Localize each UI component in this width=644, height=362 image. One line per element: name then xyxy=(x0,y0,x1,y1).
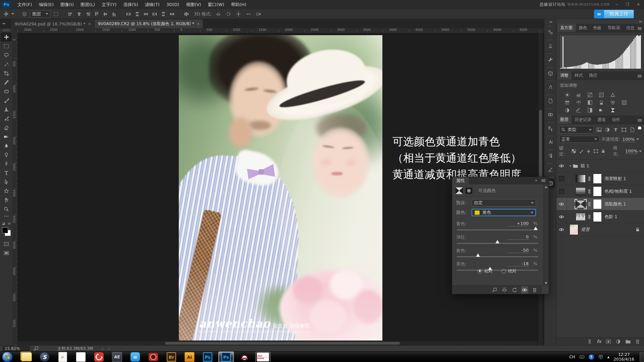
layer-mask-thumbnail[interactable] xyxy=(593,186,602,196)
adjustment-vibrance-icon[interactable] xyxy=(609,92,616,98)
move-tool[interactable] xyxy=(1,33,12,42)
transform-controls-icon[interactable] xyxy=(52,10,60,18)
taskbar-clock[interactable]: 12:27 2016/4/16 xyxy=(613,352,634,362)
new-adjustment-icon[interactable] xyxy=(615,339,621,344)
adjustment-black-white-icon[interactable] xyxy=(587,100,593,105)
panel-tool-presets[interactable] xyxy=(544,52,556,66)
lock-transparency-icon[interactable] xyxy=(571,149,576,154)
filter-smart-objects-icon[interactable] xyxy=(629,127,635,133)
visibility-toggle[interactable] xyxy=(556,223,567,236)
histogram-menu-icon[interactable] xyxy=(637,26,642,31)
filter-shape-layers-icon[interactable] xyxy=(621,127,627,133)
lock-artboard-icon[interactable] xyxy=(593,149,598,154)
properties-tab[interactable]: 属性 xyxy=(452,177,469,184)
lock-position-icon[interactable] xyxy=(587,149,591,153)
taskbar-app-tiles[interactable] xyxy=(73,352,88,362)
edit-toolbar-button[interactable] xyxy=(1,214,12,219)
panel-clone-source[interactable] xyxy=(544,25,556,39)
slider-track[interactable] xyxy=(457,256,538,257)
tab-close-icon[interactable]: ✕ xyxy=(88,22,91,26)
toolbar-grip[interactable] xyxy=(3,29,10,31)
add-mask-icon[interactable] xyxy=(606,339,611,344)
slider-value[interactable]: -18 xyxy=(508,261,529,266)
tray-expand-icon[interactable]: ▲ xyxy=(607,355,610,359)
slider-value[interactable]: -50 xyxy=(508,248,529,253)
blend-mode-dropdown[interactable]: 正常 xyxy=(559,136,599,143)
menu-窗口(W)[interactable]: 窗口(W) xyxy=(204,0,227,9)
taskbar-photoshop-active[interactable]: Ps xyxy=(218,352,234,362)
panel-brush-settings[interactable] xyxy=(544,162,556,176)
menu-文件(F)[interactable]: 文件(F) xyxy=(14,0,36,9)
taskbar-illustrator[interactable]: Ai xyxy=(182,352,197,362)
layer-mask-thumbnail[interactable] xyxy=(593,174,602,184)
gradient-tool[interactable] xyxy=(1,132,12,141)
align-right-icon[interactable] xyxy=(84,10,92,18)
adjustments-menu-icon[interactable] xyxy=(637,73,642,79)
adjustment-color-balance-icon[interactable] xyxy=(575,100,582,105)
document-tab[interactable]: 9V0A0289.CR2 @ 15.8% (选取颜色 1, RGB/8) *✕ xyxy=(95,19,204,28)
taskbar-image-search[interactable]: ⌕ xyxy=(55,352,70,362)
document-tab[interactable]: 9V0A0294.psd @ 16.7%(RGB/8) *✕ xyxy=(11,19,95,28)
slider-value[interactable]: +100 xyxy=(508,221,529,226)
collapse-panel-icon[interactable]: » xyxy=(535,178,537,183)
toggle-visibility-icon[interactable] xyxy=(522,287,527,293)
visibility-toggle[interactable] xyxy=(556,160,567,172)
spot-heal-tool[interactable] xyxy=(1,87,12,96)
absolute-radio[interactable]: 绝对 xyxy=(501,268,517,274)
type-tool[interactable] xyxy=(1,168,12,177)
properties-header[interactable]: 属性 » xyxy=(452,177,549,184)
align-middle-icon[interactable] xyxy=(101,10,109,18)
adjustment-photo-filter-icon[interactable] xyxy=(598,100,605,105)
visibility-toggle[interactable] xyxy=(556,172,567,185)
layer-row-背景[interactable]: 背景 xyxy=(556,223,644,236)
visibility-toggle[interactable] xyxy=(556,210,567,223)
properties-scrollbar[interactable] xyxy=(543,184,549,286)
reset-icon[interactable] xyxy=(512,287,517,293)
panel-3d[interactable] xyxy=(544,66,556,80)
color-swatches[interactable] xyxy=(2,227,11,236)
disclosure-icon[interactable]: ▾ xyxy=(570,164,571,168)
tool-preset-chevron-icon[interactable] xyxy=(11,13,14,15)
layer-row-组 1[interactable]: ▾组 1 xyxy=(556,160,644,172)
lasso-tool[interactable] xyxy=(1,51,12,60)
adjustment-threshold-icon[interactable] xyxy=(587,107,593,113)
close-button[interactable]: ✕ xyxy=(635,2,642,7)
align-top-icon[interactable] xyxy=(93,10,101,18)
distribute-v-icon[interactable] xyxy=(133,10,141,18)
auto-select-icon[interactable] xyxy=(20,10,29,18)
panel-character[interactable] xyxy=(544,135,556,148)
3d-pan-icon[interactable] xyxy=(234,10,243,18)
adjustment-selective-color-icon[interactable] xyxy=(609,107,616,113)
distribute-widths-icon[interactable] xyxy=(142,10,150,18)
auto-select-dropdown[interactable]: 图层 xyxy=(30,10,51,18)
taskbar-photoshop[interactable]: Ps xyxy=(200,352,215,362)
taskbar-acvision[interactable]: A&C VISION───── xyxy=(255,352,271,362)
adjustment-hue-sat-icon[interactable] xyxy=(564,100,571,105)
adjustment-curves-icon[interactable] xyxy=(587,92,593,98)
adjustment-exposure-icon[interactable] xyxy=(598,92,605,98)
tab-close-icon[interactable]: ✕ xyxy=(197,22,200,26)
filter-adjustment-layers-icon[interactable] xyxy=(604,127,610,133)
clip-to-layer-icon[interactable] xyxy=(492,287,497,293)
adjustments-tab-调整[interactable]: 调整 xyxy=(557,71,572,80)
panel-brushes[interactable] xyxy=(544,121,556,135)
adjustments-tab-路径[interactable]: 路径 xyxy=(586,71,600,80)
adjustment-channel-mixer-icon[interactable] xyxy=(609,100,616,105)
history-brush-tool[interactable] xyxy=(1,114,12,123)
layer-style-icon[interactable]: fx xyxy=(597,339,601,344)
distribute-right-icon[interactable] xyxy=(168,10,176,18)
menu-图像(I)[interactable]: 图像(I) xyxy=(57,0,77,9)
eraser-tool[interactable] xyxy=(1,123,12,132)
view-previous-state-icon[interactable] xyxy=(502,287,507,293)
3d-dolly-icon[interactable] xyxy=(255,10,263,18)
menu-滤镜(T)[interactable]: 滤镜(T) xyxy=(142,0,163,9)
panel-paragraph[interactable] xyxy=(544,148,556,162)
horizontal-scrollbar-thumb[interactable] xyxy=(165,342,400,345)
horizontal-scrollbar[interactable] xyxy=(17,341,537,345)
adjustment-invert-icon[interactable] xyxy=(564,107,571,113)
keyboard-icon[interactable] xyxy=(579,354,585,360)
visibility-toggle[interactable] xyxy=(556,198,567,210)
hand-tool[interactable] xyxy=(1,195,12,204)
menu-视图(V)[interactable]: 视图(V) xyxy=(182,0,204,9)
layer-mask-thumbnail[interactable] xyxy=(593,212,602,222)
